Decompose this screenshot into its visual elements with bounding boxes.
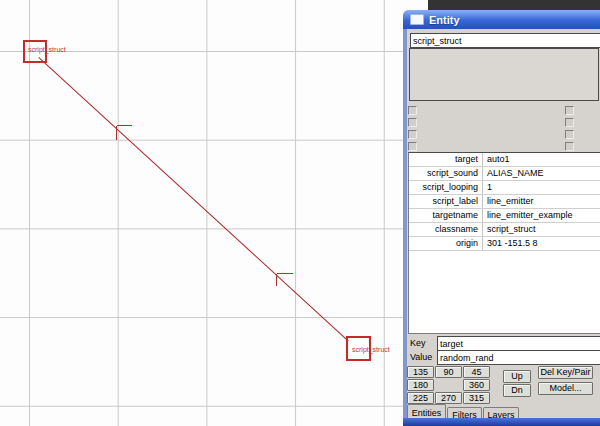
key-input[interactable] bbox=[437, 336, 600, 351]
keyvalue-table[interactable]: target auto1 script_sound ALIAS_NAME scr… bbox=[408, 152, 600, 334]
flag-checkbox[interactable] bbox=[408, 130, 417, 139]
line-direction-marker-icon bbox=[277, 273, 293, 274]
angle-button-180[interactable]: 180 bbox=[407, 379, 434, 391]
angle-button-360[interactable]: 360 bbox=[463, 379, 490, 391]
table-row[interactable]: classname script_struct bbox=[409, 223, 600, 237]
flag-checkbox[interactable] bbox=[408, 142, 417, 151]
up-button[interactable]: Up bbox=[503, 370, 531, 383]
window-icon bbox=[410, 14, 424, 25]
flag-checkbox[interactable] bbox=[565, 130, 574, 139]
dialog-titlebar[interactable]: Entity bbox=[403, 10, 600, 29]
value-input[interactable] bbox=[437, 350, 600, 365]
entity-label-b: script_struct bbox=[352, 346, 390, 353]
entity-connection-line bbox=[38, 57, 349, 342]
property-value: 1 bbox=[483, 181, 600, 194]
property-key: script_label bbox=[409, 195, 483, 208]
table-row[interactable]: script_label line_emitter bbox=[409, 195, 600, 209]
angle-button-315[interactable]: 315 bbox=[463, 392, 490, 404]
entity-dialog: Entity target auto1 script_sound ALIAS_N… bbox=[403, 10, 600, 426]
property-key: script_sound bbox=[409, 167, 483, 180]
flag-checkbox[interactable] bbox=[565, 106, 574, 115]
property-key: script_looping bbox=[409, 181, 483, 194]
del-keypair-button[interactable]: Del Key/Pair bbox=[538, 366, 593, 379]
dn-button[interactable]: Dn bbox=[503, 384, 531, 397]
key-label: Key bbox=[410, 338, 426, 348]
property-value: auto1 bbox=[483, 153, 600, 166]
flag-checkbox[interactable] bbox=[565, 118, 574, 127]
property-key: classname bbox=[409, 223, 483, 236]
property-value: line_emitter_example bbox=[483, 209, 600, 222]
property-value: line_emitter bbox=[483, 195, 600, 208]
flag-checkbox[interactable] bbox=[408, 118, 417, 127]
line-direction-marker-icon bbox=[276, 274, 277, 286]
line-direction-marker-icon bbox=[117, 125, 132, 126]
table-row[interactable]: script_looping 1 bbox=[409, 181, 600, 195]
angle-button-45[interactable]: 45 bbox=[463, 366, 490, 378]
property-value: ALIAS_NAME bbox=[483, 167, 600, 180]
table-row[interactable]: target auto1 bbox=[409, 153, 600, 167]
table-row[interactable]: targetname line_emitter_example bbox=[409, 209, 600, 223]
flag-checkbox[interactable] bbox=[565, 142, 574, 151]
line-direction-marker-icon bbox=[116, 126, 117, 140]
angle-button-225[interactable]: 225 bbox=[407, 392, 434, 404]
angle-button-135[interactable]: 135 bbox=[407, 366, 434, 378]
property-value: 301 -151.5 8 bbox=[483, 237, 600, 250]
flags-listbox[interactable] bbox=[409, 48, 599, 101]
value-label: Value bbox=[410, 352, 432, 362]
table-row[interactable]: script_sound ALIAS_NAME bbox=[409, 167, 600, 181]
property-value: script_struct bbox=[483, 223, 600, 236]
angle-button-270[interactable]: 270 bbox=[435, 392, 462, 404]
model-button[interactable]: Model... bbox=[538, 382, 593, 395]
entity-label-a: script_struct bbox=[28, 46, 66, 53]
property-key: targetname bbox=[409, 209, 483, 222]
property-key: target bbox=[409, 153, 483, 166]
property-key: origin bbox=[409, 237, 483, 250]
angle-button-90[interactable]: 90 bbox=[435, 366, 462, 378]
dialog-bottom-frame bbox=[403, 418, 600, 426]
flag-checkbox[interactable] bbox=[408, 106, 417, 115]
dialog-title: Entity bbox=[429, 14, 460, 26]
table-row[interactable]: origin 301 -151.5 8 bbox=[409, 237, 600, 251]
editor-window: script_struct script_struct Entity targe… bbox=[0, 0, 600, 426]
classname-input[interactable] bbox=[410, 33, 600, 48]
